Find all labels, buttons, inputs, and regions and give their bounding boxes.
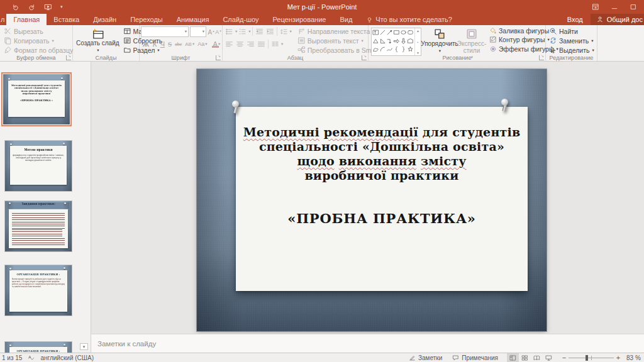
zoom-in-button[interactable]: + [614,354,623,361]
pinned-card-shape[interactable]: Методичні рекомендації для студентівспец… [236,107,528,291]
arrow-right-icon[interactable] [393,38,400,47]
line-spacing-button[interactable] [279,27,289,36]
grow-font-button[interactable]: А [206,27,214,36]
right-triangle-icon[interactable] [379,38,386,47]
slide-thumbnail-3[interactable]: Завдання практики: [5,201,72,251]
tab-transitions[interactable]: Переходы [123,14,170,25]
tab-file-clipped[interactable]: л [0,14,6,25]
select-button[interactable]: Выделить▾ [547,45,596,55]
notes-toggle-button[interactable]: Заметки [404,353,447,362]
redo-icon[interactable] [28,3,36,11]
present-from-start-icon[interactable] [44,3,52,11]
tab-slideshow[interactable]: Слайд-шоу [216,14,265,25]
sign-in-button[interactable]: Вход [560,14,591,25]
rect-icon[interactable] [393,29,400,38]
oval-icon[interactable] [400,29,407,38]
character-spacing-button[interactable]: АВ▾ [184,39,196,48]
find-button[interactable]: Найти [547,26,596,36]
align-right-button[interactable] [245,40,256,49]
shapes-gallery-scroll[interactable]: ▲▪▼ [414,28,421,55]
align-center-button[interactable] [235,40,245,49]
font-color-button[interactable]: А▾ [211,39,222,48]
freeform-icon[interactable] [372,46,379,55]
tell-me-box[interactable]: Что вы хотите сделать? [359,14,459,25]
slide-subtitle-text[interactable]: «ПРОБНА ПРАКТИКА» [236,211,528,226]
justify-button[interactable] [256,40,267,49]
line-arrow-icon[interactable] [386,29,393,38]
arrange-button[interactable]: Упорядочить▾ [423,26,456,53]
view-reading-button[interactable] [531,353,543,362]
arrow-down-icon[interactable] [400,38,407,47]
paragraph-dialog-launcher[interactable]: ↘ [362,55,367,60]
line-icon[interactable] [379,29,386,38]
slide-editor-area[interactable]: Методичні рекомендації для студентівспец… [91,62,644,334]
font-name-select[interactable]: ▾ [141,26,189,37]
text-shadow-button[interactable]: abc [174,39,184,48]
textbox-icon[interactable] [372,29,379,38]
format-painter-button[interactable]: Формат по образцу [2,45,75,55]
star-icon[interactable] [407,46,414,55]
change-case-button[interactable]: Аа▾ [196,39,209,48]
thumbnail-panel-collapse-button[interactable]: ▼ [80,343,88,350]
bullets-button[interactable] [224,27,235,36]
view-normal-button[interactable] [507,353,519,362]
spell-check-icon[interactable] [28,354,35,361]
tab-view[interactable]: Вид [333,14,359,25]
drawing-dialog-launcher[interactable]: ↘ [539,55,544,60]
increase-indent-button[interactable] [265,27,275,36]
copy-button[interactable]: Копировать▾ [2,36,75,45]
strikethrough-button[interactable]: S [167,39,174,48]
quick-access-toolbar: ▾ [0,3,63,11]
italic-button[interactable]: К [151,39,158,48]
right-brace-icon[interactable] [400,46,407,55]
maximize-button[interactable] [624,0,643,14]
slide-title-text[interactable]: Методичні рекомендації для студентівспец… [236,125,528,183]
notes-pane[interactable]: Заметки к слайду [91,334,644,353]
language-indicator[interactable]: английский (США) [40,354,94,361]
quick-styles-button[interactable]: Экспресс-стили▾ [456,26,487,53]
bold-button[interactable]: Ж [141,39,151,48]
zoom-slider-handle[interactable] [586,355,588,361]
minimize-button[interactable] [605,0,624,14]
zoom-slider[interactable] [569,353,614,362]
tab-insert[interactable]: Вставка [47,14,86,25]
cut-button[interactable]: Вырезать [2,26,75,36]
view-slideshow-button[interactable] [543,353,555,362]
pentagon-icon[interactable] [407,38,414,47]
comments-toggle-button[interactable]: Примечания [447,353,503,362]
tab-design[interactable]: Дизайн [86,14,123,25]
tab-animations[interactable]: Анимация [170,14,216,25]
curve-icon[interactable] [386,46,393,55]
clipboard-dialog-launcher[interactable]: ↘ [66,55,71,60]
ribbon-display-options-button[interactable] [586,0,605,14]
zoom-out-button[interactable]: − [560,354,569,361]
tab-review[interactable]: Рецензирование [265,14,333,25]
rounded-rect-icon[interactable] [407,29,414,38]
customize-qat-icon[interactable]: ▾ [60,4,63,9]
font-size-select[interactable]: ▾ [190,26,206,37]
shrink-font-button[interactable]: А [214,27,221,36]
triangle-icon[interactable] [372,38,379,47]
align-left-button[interactable] [224,40,235,49]
slide-thumbnail-2[interactable]: Метою практикиформування у студентів про… [5,141,72,191]
slide-canvas[interactable]: Методичні рекомендації для студентівспец… [197,69,547,331]
columns-button[interactable] [270,40,280,49]
left-brace-icon[interactable] [393,46,400,55]
slide-thumbnail-4[interactable]: ОРГАНІЗАЦІЯ ПРАКТИКИ :Безпосередня трива… [5,265,72,315]
new-slide-button[interactable]: Создать слайд▾ [74,26,121,53]
elbow-arrow-icon[interactable] [386,38,393,47]
arc-icon[interactable] [379,46,386,55]
numbering-button[interactable] [237,27,248,36]
undo-icon[interactable] [11,3,19,11]
share-button[interactable]: Общий дос [591,14,644,25]
slide-thumbnail-1[interactable]: Методичні рекомендації для студентівспец… [3,74,70,124]
zoom-percentage[interactable]: 83 % [623,354,644,361]
tab-home[interactable]: Главная [6,14,47,25]
slide-thumbnail-5[interactable]: ОРГАНІЗАЦІЯ ПРАКТИКИ : [5,342,72,353]
underline-button[interactable]: Ч [158,39,166,48]
font-dialog-launcher[interactable]: ↘ [216,55,221,60]
view-sorter-button[interactable] [519,353,531,362]
replace-button[interactable]: Заменить▾ [547,36,596,45]
decrease-indent-button[interactable] [254,27,265,36]
shapes-gallery[interactable]: ▲▪▼ [371,28,421,56]
